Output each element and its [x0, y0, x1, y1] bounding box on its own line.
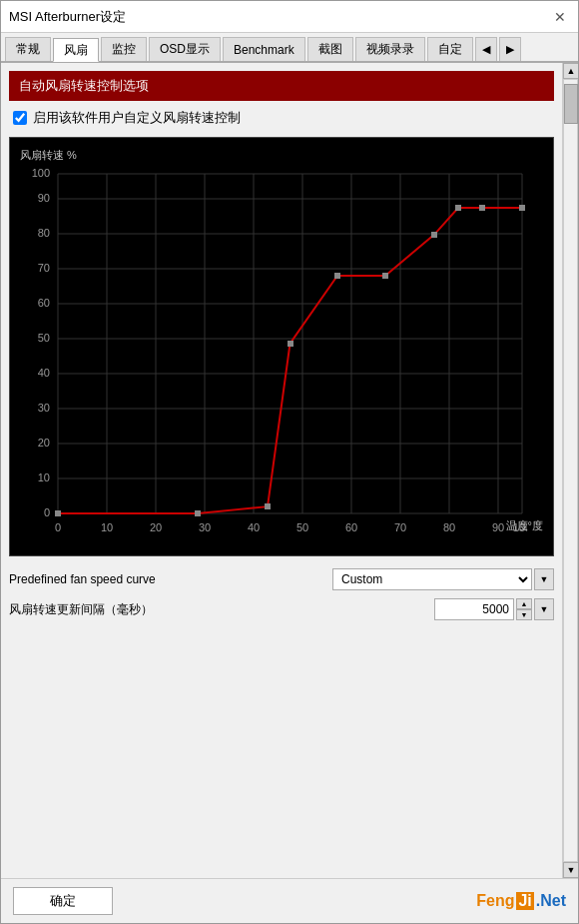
scrollbar-thumb[interactable] — [564, 84, 578, 124]
watermark: FengJi.Net — [476, 892, 566, 910]
curve-point-7[interactable] — [455, 205, 461, 211]
svg-text:0: 0 — [55, 521, 61, 533]
tab-video[interactable]: 视频录录 — [355, 37, 425, 61]
svg-text:60: 60 — [345, 521, 357, 533]
svg-text:80: 80 — [443, 521, 455, 533]
svg-text:90: 90 — [38, 192, 50, 204]
tab-scroll-right[interactable]: ▶ — [499, 37, 521, 61]
tab-bar: 常规 风扇 监控 OSD显示 Benchmark 截图 视频录录 自定 ◀ ▶ — [1, 33, 578, 63]
update-period-label: 风扇转速更新间隔（毫秒） — [9, 601, 426, 618]
svg-text:0: 0 — [44, 506, 50, 518]
scrollbar: ▲ ▼ — [562, 63, 578, 878]
enable-fan-control-label: 启用该软件用户自定义风扇转速控制 — [33, 109, 241, 127]
svg-text:100: 100 — [32, 167, 50, 179]
curve-point-1[interactable] — [195, 510, 201, 516]
main-window: MSI Afterburner设定 ✕ 常规 风扇 监控 OSD显示 Bench… — [0, 0, 579, 924]
predefined-curve-control: Custom Aggressive Silent Default ▼ — [332, 568, 554, 590]
chart-y-label: 风扇转速 % — [20, 148, 77, 163]
watermark-net: .Net — [536, 892, 566, 910]
curve-point-6[interactable] — [431, 232, 437, 238]
curve-point-9[interactable] — [519, 205, 525, 211]
chart-x-label: 温度°度 — [506, 518, 543, 533]
footer: 确定 FengJi.Net — [1, 878, 578, 923]
svg-text:10: 10 — [38, 471, 50, 483]
svg-text:80: 80 — [38, 227, 50, 239]
tab-screenshot[interactable]: 截图 — [307, 37, 353, 61]
checkbox-row: 启用该软件用户自定义风扇转速控制 — [9, 109, 554, 127]
tab-custom[interactable]: 自定 — [427, 37, 473, 61]
predefined-curve-select[interactable]: Custom Aggressive Silent Default — [332, 568, 532, 590]
svg-text:90: 90 — [492, 521, 504, 533]
svg-text:20: 20 — [38, 437, 50, 449]
svg-text:70: 70 — [394, 521, 406, 533]
update-period-row: 风扇转速更新间隔（毫秒） ▲ ▼ ▼ — [9, 598, 554, 620]
svg-text:40: 40 — [38, 367, 50, 379]
update-period-down[interactable]: ▼ — [516, 609, 532, 620]
curve-point-3[interactable] — [288, 341, 293, 347]
curve-point-8[interactable] — [479, 205, 485, 211]
curve-point-5[interactable] — [382, 273, 388, 279]
scrollbar-track[interactable] — [563, 79, 578, 862]
fan-curve-svg[interactable]: 0 10 20 30 40 50 60 70 80 90 100 0 10 20… — [18, 164, 527, 553]
predefined-curve-label: Predefined fan speed curve — [9, 572, 324, 586]
update-period-control: ▲ ▼ ▼ — [434, 598, 554, 620]
section-header: 自动风扇转速控制选项 — [9, 71, 554, 101]
svg-text:10: 10 — [101, 521, 113, 533]
window-controls: ✕ — [550, 7, 570, 27]
tab-monitor[interactable]: 监控 — [101, 37, 147, 61]
main-content: 自动风扇转速控制选项 启用该软件用户自定义风扇转速控制 风扇转速 % 温度°度 — [1, 63, 562, 878]
curve-point-4[interactable] — [334, 273, 340, 279]
tab-general[interactable]: 常规 — [5, 37, 51, 61]
watermark-fong: Feng — [476, 892, 514, 910]
svg-text:40: 40 — [248, 521, 260, 533]
update-period-spinner: ▲ ▼ — [516, 598, 532, 620]
svg-text:60: 60 — [38, 297, 50, 309]
fan-curve-chart[interactable]: 风扇转速 % 温度°度 — [9, 137, 554, 556]
curve-point-2[interactable] — [265, 503, 271, 509]
content-area: 自动风扇转速控制选项 启用该软件用户自定义风扇转速控制 风扇转速 % 温度°度 — [1, 63, 578, 878]
watermark-ji: Ji — [516, 892, 533, 910]
svg-text:30: 30 — [199, 521, 211, 533]
svg-text:50: 50 — [38, 332, 50, 344]
curve-point-0[interactable] — [55, 510, 61, 516]
scrollbar-down-button[interactable]: ▼ — [563, 862, 578, 878]
update-period-dropdown-icon[interactable]: ▼ — [534, 598, 554, 620]
tab-benchmark[interactable]: Benchmark — [223, 37, 305, 61]
ok-button[interactable]: 确定 — [13, 887, 113, 915]
tab-scroll-left[interactable]: ◀ — [475, 37, 497, 61]
update-period-input[interactable] — [434, 598, 514, 620]
scrollbar-up-button[interactable]: ▲ — [563, 63, 578, 79]
enable-fan-control-checkbox[interactable] — [13, 111, 27, 125]
title-bar: MSI Afterburner设定 ✕ — [1, 1, 578, 33]
svg-text:70: 70 — [38, 262, 50, 274]
update-period-up[interactable]: ▲ — [516, 598, 532, 609]
tab-fan[interactable]: 风扇 — [53, 38, 99, 62]
svg-text:50: 50 — [296, 521, 308, 533]
window-title: MSI Afterburner设定 — [9, 8, 126, 26]
svg-text:30: 30 — [38, 402, 50, 414]
tab-osd[interactable]: OSD显示 — [149, 37, 221, 61]
fan-curve-line — [58, 208, 522, 513]
svg-text:20: 20 — [150, 521, 162, 533]
predefined-curve-row: Predefined fan speed curve Custom Aggres… — [9, 568, 554, 590]
predefined-curve-dropdown-icon[interactable]: ▼ — [534, 568, 554, 590]
close-button[interactable]: ✕ — [550, 7, 570, 27]
